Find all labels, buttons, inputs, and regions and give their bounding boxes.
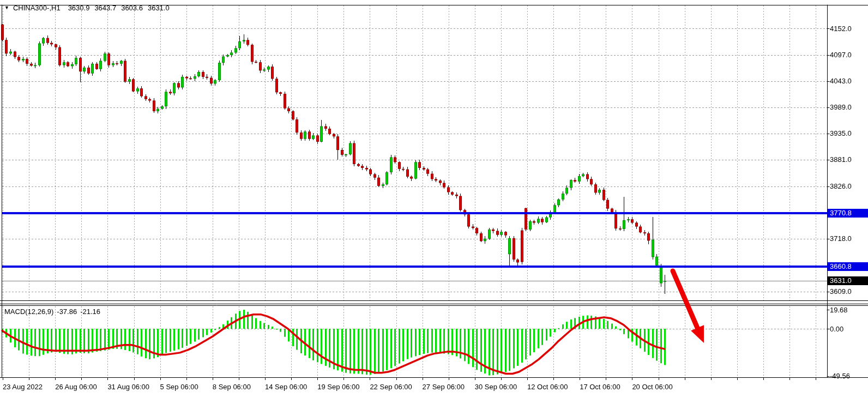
price-level-badge: 3660.8 xyxy=(828,262,868,271)
macd-tick-label: -49.56 xyxy=(830,372,850,380)
time-tick-label: 30 Sep 06:00 xyxy=(475,383,517,391)
price-tick-label: 3718.0 xyxy=(830,234,852,243)
macd-signal-value: -21.16 xyxy=(80,307,100,316)
time-tick-label: 19 Sep 06:00 xyxy=(317,383,359,391)
ohlc-low-value: 3603.6 xyxy=(121,4,143,12)
price-tick-label: 3826.0 xyxy=(830,182,852,190)
time-tick-label: 5 Sep 06:00 xyxy=(160,383,198,391)
ohlc-open-value: 3630.9 xyxy=(68,4,90,12)
price-tick-label: 3881.0 xyxy=(830,155,852,164)
price-tick-label: 4043.0 xyxy=(830,77,852,85)
time-tick-label: 14 Sep 06:00 xyxy=(265,383,307,391)
ohlc-high-value: 3643.7 xyxy=(94,4,116,12)
macd-tick-label: 0.00 xyxy=(830,325,843,333)
macd-tick-label: 19.68 xyxy=(830,306,848,314)
time-tick-label: 31 Aug 06:00 xyxy=(107,383,149,391)
price-tick-label: 4152.0 xyxy=(830,25,852,33)
current-price-badge: 3631.0 xyxy=(828,276,868,285)
symbol-timeframe-label: CHINA300-,H1 xyxy=(13,4,61,12)
time-tick-label: 12 Oct 06:00 xyxy=(527,383,568,391)
macd-main-value: -37.86 xyxy=(57,307,77,316)
symbol-dropdown-icon[interactable]: ▼ xyxy=(4,5,9,10)
time-tick-label: 17 Oct 06:00 xyxy=(580,383,620,391)
chart-header: ▼CHINA300-,H13630.93643.73603.63631.0 xyxy=(4,4,174,12)
price-level-badge: 3770.8 xyxy=(828,209,868,218)
time-tick-label: 27 Sep 06:00 xyxy=(423,383,465,391)
price-tick-label: 4097.0 xyxy=(830,51,852,59)
time-tick-label: 20 Oct 06:00 xyxy=(632,383,672,391)
trading-chart-window: ▼CHINA300-,H13630.93643.73603.63631.0 MA… xyxy=(0,0,868,398)
price-tick-label: 3609.0 xyxy=(830,287,852,296)
time-tick-label: 26 Aug 06:00 xyxy=(55,383,97,391)
time-tick-label: 8 Sep 06:00 xyxy=(213,383,251,391)
time-tick-label: 23 Aug 2022 xyxy=(3,383,43,391)
macd-name-label: MACD(12,26,9) xyxy=(4,307,53,316)
time-tick-label: 22 Sep 06:00 xyxy=(370,383,412,391)
price-chart-canvas[interactable] xyxy=(0,0,868,398)
ohlc-close-value: 3631.0 xyxy=(148,4,170,12)
price-tick-label: 3989.0 xyxy=(830,103,852,111)
price-tick-label: 3935.0 xyxy=(830,129,852,137)
macd-indicator-label: MACD(12,26,9)-37.86-21.16 xyxy=(4,307,104,316)
